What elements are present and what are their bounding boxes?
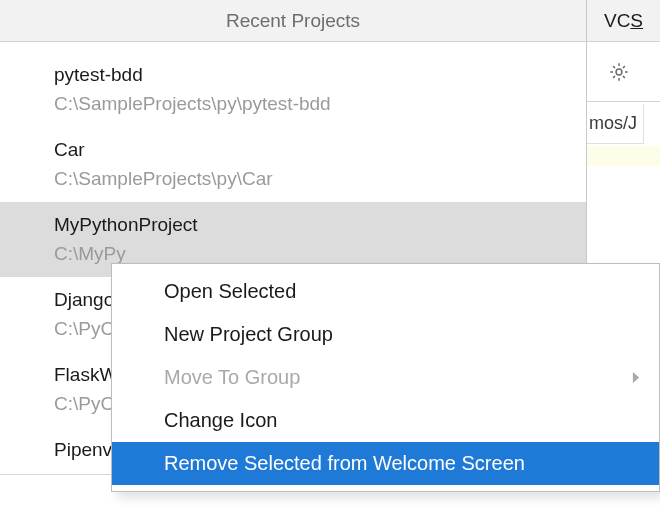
project-name: MyPythonProject: [54, 211, 532, 240]
context-menu: Open Selected New Project Group Move To …: [111, 263, 660, 492]
menu-item-remove-selected[interactable]: Remove Selected from Welcome Screen: [112, 442, 659, 485]
gear-icon[interactable]: [607, 60, 631, 84]
menu-item-move-to-group[interactable]: Move To Group: [112, 356, 659, 399]
settings-toolbar: [587, 42, 660, 102]
menu-item-new-project-group[interactable]: New Project Group: [112, 313, 659, 356]
recent-projects-title: Recent Projects: [226, 10, 360, 32]
menu-item-open-selected[interactable]: Open Selected: [112, 270, 659, 313]
menu-item-label: Open Selected: [164, 280, 296, 303]
project-name: Car: [54, 136, 532, 165]
chevron-right-icon: [632, 371, 641, 384]
menu-item-label: Move To Group: [164, 366, 300, 389]
editor-tab-label: mos/J: [589, 113, 637, 134]
recent-projects-header: Recent Projects: [0, 0, 586, 42]
menu-item-label: Remove Selected from Welcome Screen: [164, 452, 525, 475]
project-path: C:\SampleProjects\py\Car: [54, 165, 532, 194]
menu-item-label: New Project Group: [164, 323, 333, 346]
editor-tab-row: mos/J: [587, 102, 660, 146]
list-item[interactable]: pytest-bdd C:\SampleProjects\py\pytest-b…: [0, 52, 586, 127]
project-name: pytest-bdd: [54, 61, 532, 90]
menu-item-label: Change Icon: [164, 409, 277, 432]
editor-tab[interactable]: mos/J: [587, 104, 644, 144]
list-item[interactable]: Car C:\SampleProjects\py\Car: [0, 127, 586, 202]
menu-item-change-icon[interactable]: Change Icon: [112, 399, 659, 442]
vcs-menu-label: VCS: [604, 10, 643, 32]
editor-body: [587, 146, 660, 166]
vcs-menu[interactable]: VCS: [587, 0, 660, 42]
project-path: C:\SampleProjects\py\pytest-bdd: [54, 90, 532, 119]
svg-point-0: [616, 69, 622, 75]
